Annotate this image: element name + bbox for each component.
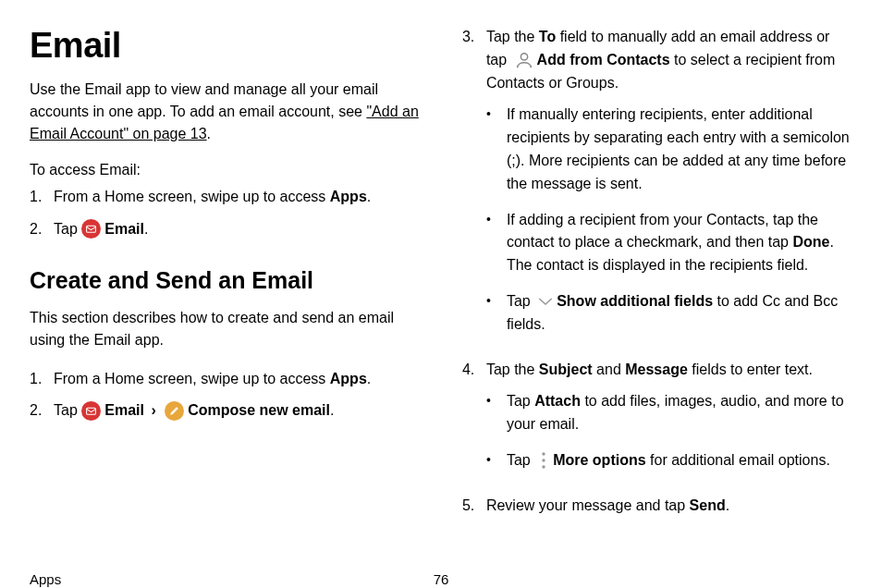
text: Tap bbox=[507, 293, 534, 309]
svg-point-5 bbox=[542, 465, 545, 468]
num-1: 1. bbox=[30, 368, 54, 391]
message-label: Message bbox=[625, 361, 688, 377]
step-body: Tap the Subject and Message fields to en… bbox=[486, 359, 852, 485]
sub-bullets-3: • If manually entering recipients, enter… bbox=[486, 104, 852, 336]
list-item: • Tap Attach to add files, images, audio… bbox=[486, 390, 852, 436]
list-item: 1. From a Home screen, swipe up to acces… bbox=[30, 368, 429, 391]
sub-bullets-4: • Tap Attach to add files, images, audio… bbox=[486, 390, 852, 472]
text: for additional email options. bbox=[646, 452, 830, 468]
more-options-label: More options bbox=[553, 452, 645, 468]
text: fields to enter text. bbox=[688, 361, 813, 377]
compose-label: Compose new email bbox=[188, 402, 330, 418]
text: . bbox=[367, 371, 371, 386]
list-item: • Tap Show additional fields to add Cc a… bbox=[486, 290, 852, 337]
left-column: Email Use the Email app to view and mana… bbox=[30, 26, 429, 527]
show-fields-label: Show additional fields bbox=[557, 293, 713, 309]
text: . bbox=[144, 221, 148, 237]
compose-icon bbox=[165, 401, 184, 421]
access-steps-list: 1. From a Home screen, swipe up to acces… bbox=[30, 186, 429, 241]
subject-label: Subject bbox=[539, 361, 593, 377]
done-label: Done bbox=[792, 234, 829, 250]
bullet-body: Tap More options for additional email op… bbox=[507, 449, 852, 472]
list-item: 1. From a Home screen, swipe up to acces… bbox=[30, 186, 429, 209]
bullet-body: If manually entering recipients, enter a… bbox=[507, 104, 852, 195]
section-desc: This section describes how to create and… bbox=[30, 307, 429, 351]
section-heading: Create and Send an Email bbox=[30, 267, 429, 294]
bullet-body: If adding a recipient from your Contacts… bbox=[507, 209, 852, 277]
bullet-body: Tap Show additional fields to add Cc and… bbox=[507, 290, 852, 337]
num-2: 2. bbox=[30, 399, 54, 423]
email-icon bbox=[81, 401, 101, 421]
num-3: 3. bbox=[462, 26, 486, 49]
svg-rect-0 bbox=[87, 226, 96, 232]
bullet-icon: • bbox=[486, 209, 507, 230]
num-5: 5. bbox=[462, 495, 486, 518]
svg-point-3 bbox=[542, 452, 545, 455]
bullet-icon: • bbox=[486, 390, 507, 411]
text: From a Home screen, swipe up to access bbox=[54, 189, 330, 204]
text: From a Home screen, swipe up to access bbox=[54, 371, 330, 386]
bullet-icon: • bbox=[486, 449, 507, 471]
text: Tap the bbox=[486, 361, 539, 377]
text: and bbox=[593, 361, 626, 377]
step-body: Review your message and tap Send. bbox=[486, 495, 852, 518]
bullet-icon: • bbox=[486, 104, 507, 125]
intro-paragraph: Use the Email app to view and manage all… bbox=[30, 79, 429, 145]
create-steps-list: 1. From a Home screen, swipe up to acces… bbox=[30, 368, 429, 423]
apps-label: Apps bbox=[330, 189, 367, 204]
intro-period: . bbox=[207, 126, 211, 141]
add-contacts-label: Add from Contacts bbox=[537, 52, 670, 67]
text: . bbox=[726, 497, 729, 513]
intro-text: Use the Email app to view and manage all… bbox=[30, 81, 378, 119]
list-item: 2. Tap Email › Compose new email. bbox=[30, 399, 429, 423]
text: Tap the bbox=[486, 29, 539, 44]
svg-point-4 bbox=[542, 459, 545, 461]
page-title: Email bbox=[30, 26, 429, 66]
text: Tap bbox=[507, 452, 534, 468]
attach-label: Attach bbox=[534, 393, 581, 409]
bullet-icon: • bbox=[486, 290, 507, 312]
svg-rect-1 bbox=[87, 408, 96, 414]
text: . bbox=[330, 402, 334, 418]
footer-section-label: Apps bbox=[30, 571, 61, 587]
step-body: From a Home screen, swipe up to access A… bbox=[54, 186, 429, 209]
step-body: Tap the To field to manually add an emai… bbox=[486, 26, 852, 349]
text: Review your message and tap bbox=[486, 497, 690, 513]
num-2: 2. bbox=[30, 218, 54, 241]
step-body: From a Home screen, swipe up to access A… bbox=[54, 368, 429, 391]
email-icon bbox=[81, 219, 101, 239]
list-item: • Tap More options for additional email … bbox=[486, 449, 852, 472]
step-body: Tap Email › Compose new email. bbox=[54, 399, 429, 423]
right-column: 3. Tap the To field to manually add an e… bbox=[462, 26, 852, 527]
apps-label: Apps bbox=[330, 371, 367, 386]
list-item: 2. Tap Email. bbox=[30, 218, 429, 241]
email-label: Email bbox=[104, 402, 144, 418]
text: Tap bbox=[54, 402, 81, 418]
to-label: To bbox=[539, 29, 556, 44]
list-item: • If manually entering recipients, enter… bbox=[486, 104, 852, 195]
svg-point-2 bbox=[521, 53, 527, 59]
text: . bbox=[367, 189, 371, 204]
breadcrumb-separator: › bbox=[147, 402, 160, 418]
list-item: 5. Review your message and tap Send. bbox=[462, 495, 852, 518]
footer-page-number: 76 bbox=[434, 571, 449, 587]
contact-icon bbox=[514, 51, 534, 69]
right-steps-list: 3. Tap the To field to manually add an e… bbox=[462, 26, 852, 518]
page-columns: Email Use the Email app to view and mana… bbox=[30, 26, 852, 527]
step-body: Tap Email. bbox=[54, 218, 429, 241]
more-options-icon bbox=[537, 452, 550, 469]
num-4: 4. bbox=[462, 359, 486, 382]
access-head: To access Email: bbox=[30, 162, 429, 178]
send-label: Send bbox=[690, 497, 726, 513]
chevron-down-icon bbox=[537, 295, 554, 308]
bullet-body: Tap Attach to add files, images, audio, … bbox=[507, 390, 852, 436]
list-item: • If adding a recipient from your Contac… bbox=[486, 209, 852, 277]
num-1: 1. bbox=[30, 186, 54, 209]
email-label: Email bbox=[104, 221, 144, 237]
list-item: 3. Tap the To field to manually add an e… bbox=[462, 26, 852, 349]
text: Tap bbox=[507, 393, 534, 409]
text: If adding a recipient from your Contacts… bbox=[507, 212, 818, 251]
list-item: 4. Tap the Subject and Message fields to… bbox=[462, 359, 852, 485]
text: Tap bbox=[54, 221, 81, 237]
